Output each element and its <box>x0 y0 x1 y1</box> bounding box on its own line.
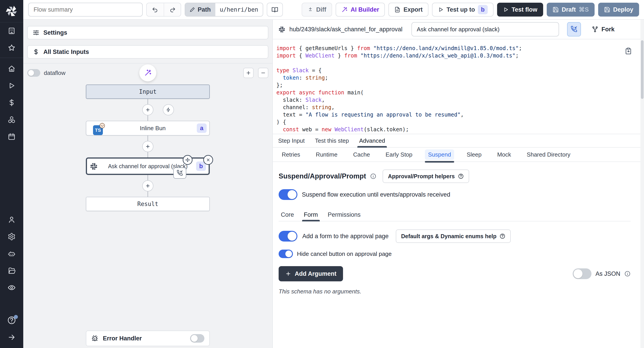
path-button-group[interactable]: Path u/henri/ben <box>185 3 263 16</box>
flow-summary-input[interactable] <box>28 3 143 16</box>
plus-circle-icon <box>145 107 150 112</box>
suspend-tab-permissions[interactable]: Permissions <box>328 208 361 221</box>
save-icon <box>552 6 559 13</box>
copy-code-button[interactable] <box>625 48 632 54</box>
advanced-tab-retries[interactable]: Retries <box>278 150 303 160</box>
graph-node-inline-bun[interactable]: TS Inline Bun a <box>86 121 210 136</box>
add-argument-button[interactable]: Add Argument <box>278 266 343 281</box>
dataflow-toggle[interactable] <box>27 69 40 77</box>
hub-script-path[interactable]: hub/2439/slack/ask_channel_for_approval <box>278 26 402 33</box>
wand-icon <box>342 6 348 13</box>
zoom-in-button[interactable] <box>243 68 254 78</box>
sidebar-item-audit[interactable] <box>0 279 23 296</box>
step-name-input[interactable] <box>412 22 559 36</box>
advanced-tab-mock[interactable]: Mock <box>494 150 514 160</box>
test-flow-button[interactable]: Test flow <box>497 3 543 16</box>
add-form-toggle-label: Add a form to the approval page <box>302 233 389 240</box>
ai-builder-button[interactable]: AI Builder <box>336 3 385 16</box>
deploy-button[interactable]: Deploy <box>598 3 639 16</box>
draft-button[interactable]: Draft ⌘S <box>547 3 594 16</box>
advanced-tab-runtime[interactable]: Runtime <box>312 150 340 160</box>
plus-icon <box>246 70 251 76</box>
sidebar-item-workers[interactable] <box>0 245 23 262</box>
suspend-tab-form[interactable]: Form <box>304 208 318 221</box>
insert-step-button[interactable] <box>142 104 154 116</box>
test-up-to-step-badge: b <box>478 5 488 14</box>
advanced-tab-early-stop[interactable]: Early Stop <box>382 150 416 160</box>
sidebar-item-home[interactable] <box>0 60 23 77</box>
tab-test-this-step[interactable]: Test this step <box>315 134 349 147</box>
bun-ts-icon: TS <box>93 125 103 135</box>
sidebar-item-runs[interactable] <box>0 77 23 94</box>
sidebar-expand-button[interactable] <box>0 329 23 346</box>
all-static-inputs-card[interactable]: All Static Inputs <box>27 45 268 58</box>
slack-icon <box>90 162 98 170</box>
default-args-help-button[interactable]: Default args & Dynamic enums help <box>396 230 511 243</box>
suspend-flow-toggle[interactable] <box>278 189 298 200</box>
undo-redo-group <box>146 3 181 16</box>
code-line: const web = new WebClient(slack.token); <box>276 126 630 133</box>
left-rail <box>0 0 23 348</box>
diff-button[interactable]: Diff <box>302 3 332 16</box>
tab-step-input[interactable]: Step Input <box>278 134 305 147</box>
empty-schema-note: This schema has no arguments. <box>278 288 630 295</box>
test-up-to-button[interactable]: Test up to b <box>432 3 494 16</box>
sidebar-item-favorites[interactable] <box>0 39 23 56</box>
draft-label: Draft <box>562 6 576 13</box>
code-editor[interactable]: import { getResumeUrls } from "https://d… <box>273 39 644 134</box>
code-line <box>276 60 630 67</box>
suspend-active-button[interactable] <box>567 22 581 36</box>
tab-advanced[interactable]: Advanced <box>359 134 385 147</box>
delete-step-button[interactable] <box>203 155 213 165</box>
move-icon <box>185 158 190 162</box>
sidebar-item-resources[interactable] <box>0 111 23 128</box>
advanced-tab-suspend[interactable]: Suspend <box>425 150 454 160</box>
advanced-tab-sleep[interactable]: Sleep <box>464 150 485 160</box>
sidebar-item-variables[interactable] <box>0 94 23 111</box>
sidebar-item-users[interactable] <box>0 211 23 228</box>
windmill-logo[interactable] <box>0 0 23 22</box>
sidebar-item-schedules[interactable] <box>0 128 23 145</box>
export-button[interactable]: Export <box>388 3 428 16</box>
advanced-tab-cache[interactable]: Cache <box>350 150 373 160</box>
fork-button[interactable]: Fork <box>592 26 615 33</box>
insert-step-button[interactable] <box>142 180 154 192</box>
graph-node-input[interactable]: Input <box>86 84 210 99</box>
info-circle-icon[interactable] <box>370 173 376 179</box>
zoom-out-button[interactable] <box>258 68 268 78</box>
sidebar-item-folders[interactable] <box>0 262 23 279</box>
error-handler-card: Error Handler <box>86 330 210 346</box>
info-circle-icon[interactable] <box>624 270 630 277</box>
flow-settings-card[interactable]: Settings <box>27 26 268 39</box>
approval-prompt-helpers-button[interactable]: Approval/Prompt helpers <box>382 170 469 183</box>
sidebar-item-workspace[interactable] <box>0 22 23 39</box>
panel-scrollbar[interactable] <box>640 20 644 348</box>
question-circle-icon <box>500 233 505 239</box>
advanced-tab-shared-directory[interactable]: Shared Directory <box>524 150 574 160</box>
flow-settings-label: Settings <box>44 29 67 36</box>
sidebar-item-help[interactable] <box>0 312 23 329</box>
as-json-toggle[interactable] <box>573 268 592 279</box>
windmill-flow-editor: Path u/henri/ben Diff AI Builder Expo <box>0 0 644 348</box>
add-trigger-button[interactable] <box>163 104 174 116</box>
toggle-knob <box>574 269 582 278</box>
hide-cancel-toggle[interactable] <box>278 250 293 258</box>
path-button[interactable]: Path <box>185 3 215 16</box>
redo-button[interactable] <box>164 3 181 16</box>
diff-label: Diff <box>316 6 326 13</box>
undo-button[interactable] <box>147 3 164 16</box>
graph-node-ask-channel[interactable]: Ask channel for approval (slack) b <box>86 158 210 175</box>
path-value[interactable]: u/henri/ben <box>215 3 263 16</box>
plus-circle-icon <box>145 183 150 188</box>
insert-step-button[interactable] <box>142 141 154 152</box>
ai-flow-wand-button[interactable] <box>139 64 156 82</box>
docs-button[interactable] <box>267 3 283 16</box>
add-form-toggle[interactable] <box>278 231 298 242</box>
graph-node-result[interactable]: Result <box>86 197 210 211</box>
scrollbar-thumb[interactable] <box>641 40 644 99</box>
suspend-tab-core[interactable]: Core <box>281 208 294 221</box>
error-handler-toggle[interactable] <box>190 334 204 343</box>
move-step-button[interactable] <box>183 155 192 165</box>
graph-zoom-controls <box>243 68 268 78</box>
sidebar-item-settings[interactable] <box>0 228 23 245</box>
